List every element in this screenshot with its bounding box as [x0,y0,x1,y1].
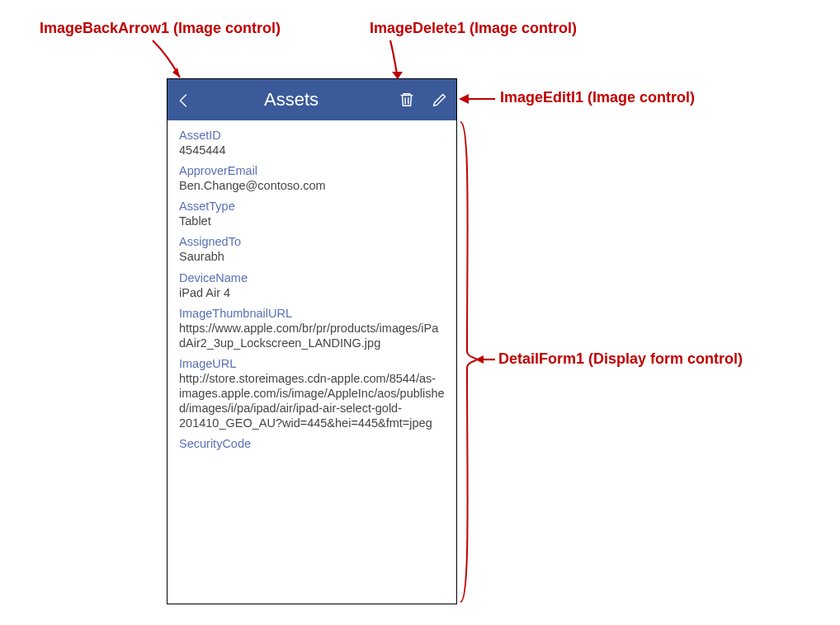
field-imageurl: ImageURL http://store.storeimages.cdn-ap… [168,352,456,433]
field-value: http://store.storeimages.cdn-apple.com/8… [179,371,445,431]
detail-form: AssetID 4545444 ApproverEmail Ben.Change… [168,120,456,604]
screen-title: Assets [192,89,390,110]
field-approveremail: ApproverEmail Ben.Change@contoso.com [168,159,456,195]
field-assetid: AssetID 4545444 [168,124,456,159]
field-label: SecurityCode [179,437,445,450]
svg-marker-3 [459,94,469,104]
field-value: 4545444 [179,143,445,157]
arrow-to-detailform [475,351,500,368]
app-screen: Assets AssetID 4545444 ApproverEmail Ben… [167,78,457,604]
field-label: ImageThumbnailURL [179,307,445,320]
field-value: https://www.apple.com/br/pr/products/ima… [179,321,445,350]
field-assettype: AssetType Tablet [168,195,456,230]
field-value: Tablet [179,214,445,228]
field-label: AssetType [179,200,445,213]
title-bar: Assets [168,79,456,120]
brace-detailform [459,120,479,607]
field-label: ImageURL [179,357,445,370]
delete-icon[interactable] [390,91,423,109]
field-value: Saurabh [179,249,445,264]
field-value: iPad Air 4 [179,285,445,300]
field-imagethumbnailurl: ImageThumbnailURL https://www.apple.com/… [168,302,456,352]
arrow-to-edit [459,91,500,107]
field-label: DeviceName [179,271,445,284]
field-assignedto: AssignedTo Saurabh [168,230,456,266]
svg-marker-0 [172,68,180,78]
annotation-detail-form: DetailForm1 (Display form control) [498,350,743,368]
field-securitycode: SecurityCode [168,432,456,453]
annotation-delete: ImageDelete1 (Image control) [370,20,577,37]
edit-icon[interactable] [423,91,456,109]
annotation-edit: ImageEditI1 (Image control) [500,89,695,106]
field-devicename: DeviceName iPad Air 4 [168,266,456,302]
annotation-back-arrow: ImageBackArrow1 (Image control) [40,20,281,37]
field-label: AssetID [179,129,445,142]
field-value: Ben.Change@contoso.com [179,178,445,193]
field-label: ApproverEmail [179,164,445,177]
field-label: AssignedTo [179,235,445,248]
